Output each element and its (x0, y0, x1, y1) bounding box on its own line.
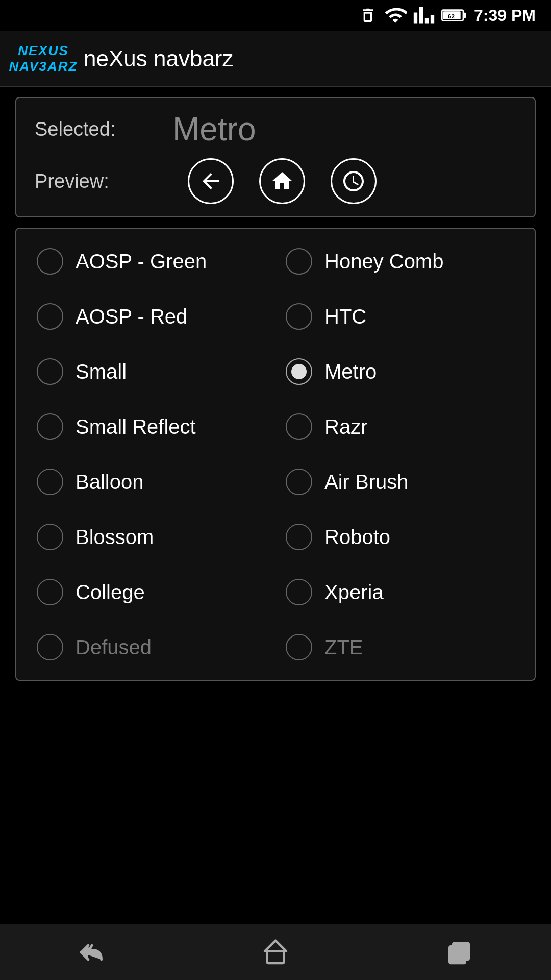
radio-balloon[interactable] (37, 469, 63, 495)
option-item-aosp-green[interactable]: AOSP - Green (27, 234, 276, 289)
svg-marker-4 (265, 940, 286, 951)
radio-small-reflect[interactable] (37, 413, 63, 440)
option-item-roboto[interactable]: Roboto (276, 509, 524, 565)
app-logo: NEXUS NAV3ARZ (15, 38, 71, 79)
system-recents-button[interactable] (434, 935, 485, 970)
radio-metro[interactable] (286, 358, 312, 385)
option-label-metro: Metro (324, 360, 377, 383)
radio-college[interactable] (37, 579, 63, 605)
option-item-aosp-red[interactable]: AOSP - Red (27, 289, 276, 344)
bottom-nav (0, 924, 551, 980)
app-bar: NEXUS NAV3ARZ neXus navbarz (0, 31, 551, 87)
option-item-small[interactable]: Small (27, 344, 276, 399)
radio-htc[interactable] (286, 303, 312, 330)
svg-rect-2 (463, 13, 466, 18)
app-title: neXus navbarz (84, 46, 234, 71)
option-item-air-brush[interactable]: Air Brush (276, 454, 524, 509)
radio-roboto[interactable] (286, 524, 312, 550)
option-label-defused: Defused (76, 636, 152, 659)
radio-air-brush[interactable] (286, 469, 312, 495)
option-label-zte: ZTE (324, 636, 363, 659)
option-item-razr[interactable]: Razr (276, 399, 524, 454)
radio-inner-metro (291, 364, 307, 379)
options-grid: AOSP - GreenHoney CombAOSP - RedHTCSmall… (16, 234, 535, 675)
option-label-air-brush: Air Brush (324, 471, 409, 494)
radio-aosp-red[interactable] (37, 303, 63, 330)
option-label-small-reflect: Small Reflect (76, 415, 196, 438)
selected-label: Selected: (35, 118, 157, 140)
option-label-aosp-green: AOSP - Green (76, 250, 207, 273)
option-item-balloon[interactable]: Balloon (27, 454, 276, 509)
option-label-htc: HTC (324, 305, 366, 328)
option-item-metro[interactable]: Metro (276, 344, 524, 399)
option-item-defused[interactable]: Defused (27, 620, 276, 675)
selected-row: Selected: Metro (35, 110, 516, 148)
logo-line2: NAV3ARZ (9, 59, 78, 75)
battery-icon: 62 (441, 4, 468, 27)
preview-icons (188, 158, 377, 204)
logo-line1: NEXUS (18, 43, 69, 59)
preview-row: Preview: (35, 158, 516, 204)
option-item-htc[interactable]: HTC (276, 289, 524, 344)
back-button-preview[interactable] (188, 158, 234, 204)
option-label-small: Small (76, 360, 127, 383)
option-item-xperia[interactable]: Xperia (276, 565, 524, 620)
status-time: 7:39 PM (474, 6, 536, 25)
option-item-college[interactable]: College (27, 565, 276, 620)
preview-label: Preview: (35, 170, 157, 192)
option-label-college: College (76, 581, 145, 604)
option-label-razr: Razr (324, 415, 367, 438)
radio-aosp-green[interactable] (37, 248, 63, 275)
option-label-honey-comb: Honey Comb (324, 250, 443, 273)
usb-icon (358, 5, 378, 26)
svg-rect-5 (267, 951, 284, 963)
system-home-button[interactable] (250, 935, 301, 970)
option-label-balloon: Balloon (76, 471, 143, 494)
radio-blossom[interactable] (37, 524, 63, 550)
recents-button-preview[interactable] (331, 158, 377, 204)
radio-razr[interactable] (286, 413, 312, 440)
options-container: AOSP - GreenHoney CombAOSP - RedHTCSmall… (15, 228, 536, 681)
selected-value: Metro (172, 110, 256, 148)
radio-honey-comb[interactable] (286, 248, 312, 275)
status-bar: 62 7:39 PM (0, 0, 551, 31)
option-label-xperia: Xperia (324, 581, 384, 604)
option-label-roboto: Roboto (324, 526, 390, 549)
svg-rect-7 (453, 943, 468, 960)
radio-small[interactable] (37, 358, 63, 385)
selected-panel: Selected: Metro Preview: (15, 97, 536, 217)
option-item-honey-comb[interactable]: Honey Comb (276, 234, 524, 289)
svg-text:62: 62 (448, 13, 455, 19)
option-label-aosp-red: AOSP - Red (76, 305, 187, 328)
wifi-icon (384, 4, 407, 27)
home-button-preview[interactable] (259, 158, 305, 204)
radio-xperia[interactable] (286, 579, 312, 605)
system-back-button[interactable] (66, 935, 117, 970)
option-item-zte[interactable]: ZTE (276, 620, 524, 675)
radio-defused[interactable] (37, 634, 63, 660)
option-item-small-reflect[interactable]: Small Reflect (27, 399, 276, 454)
radio-zte[interactable] (286, 634, 312, 660)
option-item-blossom[interactable]: Blossom (27, 509, 276, 565)
signal-icon (413, 4, 435, 27)
status-icons: 62 7:39 PM (358, 4, 536, 27)
option-label-blossom: Blossom (76, 526, 154, 549)
